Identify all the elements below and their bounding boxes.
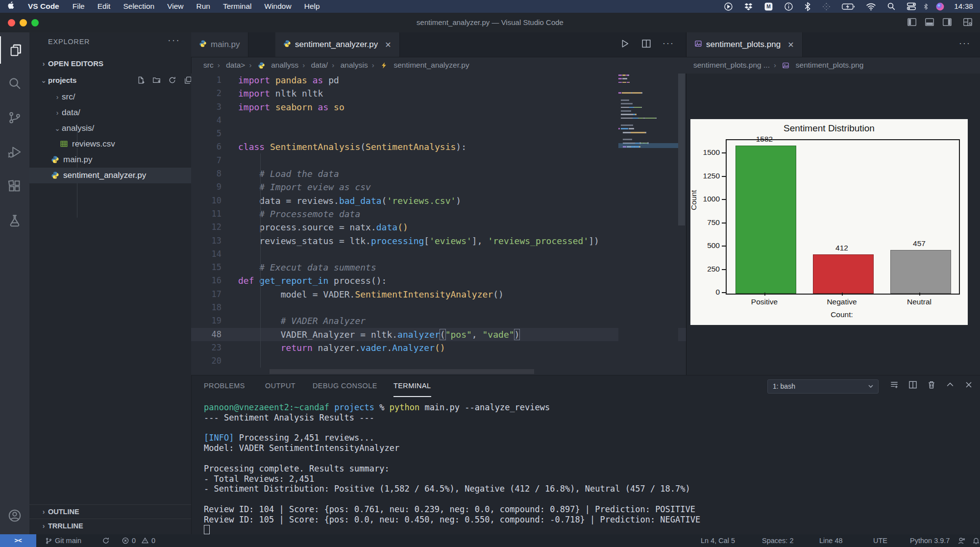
tab-terminal[interactable]: TERMINAL	[393, 375, 431, 397]
svg-text:M: M	[766, 4, 771, 9]
horizontal-scrollbar[interactable]	[270, 369, 534, 374]
spotlight-search-icon[interactable]	[882, 2, 901, 11]
menubar-clock[interactable]: 14:38	[950, 2, 980, 11]
tree-folder-src[interactable]: ›src/	[29, 89, 215, 105]
tab-main-py[interactable]: main.py	[191, 32, 248, 57]
run-file-icon[interactable]	[619, 38, 630, 51]
menu-edit[interactable]: Edit	[91, 2, 117, 11]
encoding-status[interactable]: UTE	[873, 534, 887, 547]
indentation-status[interactable]: Spaces: 2	[762, 534, 794, 547]
menu-file[interactable]: File	[66, 2, 91, 11]
timeline-section[interactable]: ›TRRLLINE	[29, 519, 201, 533]
kill-terminal-icon[interactable]	[927, 380, 936, 392]
more-actions-icon[interactable]: ···	[959, 38, 971, 49]
launch-profile-icon[interactable]	[889, 380, 899, 392]
search-icon[interactable]	[0, 70, 29, 97]
line-status[interactable]: Line 48	[819, 534, 843, 547]
toggle-secondary-sidebar-icon[interactable]	[942, 17, 953, 29]
minimap-line	[618, 77, 678, 80]
vertical-scrollbar[interactable]	[678, 74, 685, 225]
refresh-icon[interactable]	[168, 73, 176, 90]
tab-debug-console[interactable]: DEBUG CONSOLE	[313, 375, 377, 396]
tree-folder-analysis[interactable]: ⌄analysis/	[29, 121, 215, 136]
window-title: sentiment_analyzer.py — Visual Studio Co…	[0, 13, 980, 32]
remote-indicator[interactable]: ><	[0, 534, 36, 547]
python-file-icon	[283, 40, 291, 50]
minimap-line	[618, 117, 678, 120]
dropbox-icon[interactable]	[738, 2, 759, 11]
toggle-sidebar-icon[interactable]	[906, 17, 917, 29]
tree-file-main-py[interactable]: main.py	[29, 152, 213, 168]
breadcrumb[interactable]: src› data>› anallyss› data/› analysis› s…	[203, 57, 684, 74]
tree-folder-data[interactable]: ›data/	[29, 105, 215, 121]
screen-mirroring-icon[interactable]	[718, 2, 738, 11]
menu-help[interactable]: Help	[298, 2, 326, 11]
cursor-position-status[interactable]: Ln 4, Cal 5	[701, 534, 735, 547]
language-status[interactable]: Python 3.9.7	[910, 534, 950, 547]
tab-sentiment-plots-png[interactable]: sentiment_plots.png ✕	[686, 32, 803, 57]
toggle-panel-icon[interactable]	[924, 17, 935, 29]
code-line-11: 11 # Processemote data	[191, 207, 686, 221]
vscode-window: VS Code File Edit Selection View Run Ter…	[0, 0, 980, 547]
tab-output[interactable]: OUTPUT	[265, 375, 295, 396]
split-editor-icon[interactable]	[641, 38, 652, 51]
source-control-icon[interactable]	[0, 104, 29, 131]
testing-icon[interactable]	[0, 207, 29, 234]
x-tick-mark	[919, 293, 920, 296]
macos-menubar: VS Code File Edit Selection View Run Ter…	[0, 0, 980, 13]
menu-terminal[interactable]: Terminal	[217, 2, 258, 11]
close-panel-icon[interactable]	[964, 380, 974, 392]
apple-menu-icon[interactable]	[0, 1, 21, 12]
image-file-icon	[694, 40, 702, 50]
code-editor[interactable]: 1import pandas as pd2import nltk nltk3im…	[191, 74, 686, 375]
more-actions-icon[interactable]: ···	[662, 38, 674, 51]
customize-layout-icon[interactable]	[962, 17, 973, 29]
outline-section[interactable]: ›OUTLINE	[29, 504, 201, 519]
menu-window[interactable]: Window	[258, 2, 298, 11]
control-center-icon[interactable]	[901, 2, 922, 10]
menu-view[interactable]: View	[161, 2, 190, 11]
split-terminal-icon[interactable]	[908, 380, 918, 392]
new-folder-icon[interactable]	[152, 73, 161, 90]
keyboard-nav-icon[interactable]	[816, 2, 836, 11]
m-app-icon[interactable]: M	[759, 2, 779, 11]
info-icon[interactable]	[779, 2, 799, 11]
account-icon[interactable]	[0, 502, 29, 529]
menu-run[interactable]: Run	[190, 2, 217, 11]
git-branch-status[interactable]: Git main	[45, 534, 81, 547]
image-preview[interactable]: Sentiment Distribution Count 02505007501…	[686, 74, 980, 375]
minimap-line	[618, 149, 678, 152]
run-debug-icon[interactable]	[0, 138, 29, 166]
problems-status[interactable]: 0 0	[122, 534, 155, 547]
tree-file-sentiment-analyzer-py[interactable]: sentiment_analyzer.py	[29, 168, 213, 183]
open-editors-section[interactable]: ›OPEN EDITORS	[29, 56, 201, 72]
explorer-icon[interactable]	[0, 36, 30, 64]
feedback-icon[interactable]	[957, 534, 966, 547]
bluetooth-small-icon[interactable]	[922, 3, 930, 10]
menubar-app-name[interactable]: VS Code	[21, 2, 66, 11]
code-indent-guide	[260, 153, 261, 368]
sidebar-more-icon[interactable]: ···	[168, 34, 180, 46]
bluetooth-icon[interactable]	[799, 2, 816, 11]
new-file-icon[interactable]	[137, 73, 145, 90]
maximize-panel-icon[interactable]	[945, 380, 955, 392]
extensions-icon[interactable]	[0, 173, 29, 200]
code-line-19: 19 # VADER Analyzer	[191, 314, 686, 327]
wifi-icon[interactable]	[860, 2, 882, 11]
terminal-output[interactable]: panoon@vnezaeent2:~candaf projects % pyt…	[204, 402, 976, 533]
minimap-line	[618, 88, 678, 91]
shell-dropdown[interactable]: 1: bash	[767, 379, 879, 394]
breadcrumb-image[interactable]: sentiment_plots.png ...› sentiment_plots…	[693, 57, 973, 74]
minimap[interactable]	[618, 74, 678, 375]
tab-problems[interactable]: PROBLEMS	[204, 375, 245, 396]
notifications-bell-icon[interactable]	[972, 534, 980, 547]
battery-charging-icon[interactable]	[836, 3, 860, 10]
project-root-folder[interactable]: ⌄projects	[29, 73, 201, 88]
menu-selection[interactable]: Selection	[117, 2, 161, 11]
code-line-10: 10 data = reviews.bad_data('reviews.csv'…	[191, 194, 686, 207]
close-tab-icon[interactable]: ✕	[787, 40, 794, 50]
siri-icon[interactable]	[930, 2, 950, 11]
tab-sentiment-analyzer-py[interactable]: sentiment_analyzer.py ✕	[275, 32, 400, 57]
sync-icon[interactable]	[102, 534, 110, 547]
close-tab-icon[interactable]: ✕	[385, 40, 391, 50]
